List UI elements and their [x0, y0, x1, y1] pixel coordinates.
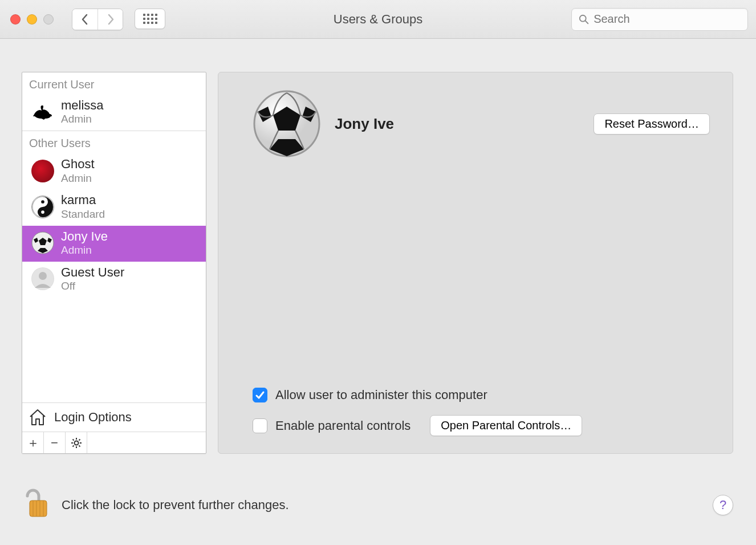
user-detail-pane: Jony Ive Reset Password… Allow user to a… — [218, 72, 733, 454]
svg-line-18 — [79, 445, 80, 446]
chevron-right-icon — [107, 14, 115, 25]
nav-buttons — [72, 9, 165, 30]
svg-line-19 — [72, 445, 74, 446]
search-field[interactable] — [571, 8, 748, 31]
lock-footer: Click the lock to prevent further change… — [22, 488, 733, 522]
parental-checkbox-label: Enable parental controls — [275, 418, 410, 433]
admin-checkbox-label: Allow user to administer this computer — [275, 388, 487, 402]
close-window-button[interactable] — [10, 14, 21, 25]
login-options-row[interactable]: Login Options — [22, 402, 206, 432]
gear-icon — [71, 437, 82, 449]
user-role-label: Admin — [61, 244, 108, 257]
svg-line-20 — [79, 439, 80, 440]
sidebar-user-current[interactable]: melissa Admin — [22, 95, 206, 131]
show-all-button[interactable] — [135, 9, 165, 29]
search-icon — [579, 14, 589, 25]
admin-checkbox[interactable] — [253, 388, 267, 402]
back-button[interactable] — [72, 9, 97, 30]
sidebar-user-jony-ive[interactable]: Jony Ive Admin — [22, 226, 206, 262]
user-role-label: Admin — [61, 113, 104, 126]
svg-rect-26 — [30, 501, 47, 516]
guest-icon — [31, 267, 54, 290]
rabbit-icon — [31, 101, 54, 124]
user-role-label: Admin — [61, 172, 95, 185]
svg-point-3 — [41, 200, 44, 204]
chevron-left-icon — [81, 14, 89, 25]
yinyang-icon — [31, 196, 54, 218]
sidebar-toolbar: ＋ − — [22, 432, 206, 453]
house-icon — [28, 408, 47, 427]
remove-user-button[interactable]: − — [44, 432, 66, 453]
reset-password-button[interactable]: Reset Password… — [594, 113, 710, 135]
search-input[interactable] — [594, 13, 741, 26]
minus-icon: − — [51, 436, 58, 450]
check-icon — [255, 390, 265, 400]
users-sidebar: Current User melissa Admin Other Users G… — [22, 72, 206, 454]
forward-button[interactable] — [97, 9, 123, 30]
lock-message: Click the lock to prevent further change… — [62, 498, 289, 513]
sidebar-user-karma[interactable]: karma Standard — [22, 189, 206, 225]
svg-line-17 — [72, 439, 74, 440]
grid-icon — [143, 14, 157, 24]
svg-point-4 — [41, 210, 44, 214]
user-role-label: Off — [61, 280, 124, 293]
user-name-label: karma — [61, 193, 105, 208]
parental-checkbox-row[interactable]: Enable parental controls — [253, 418, 410, 433]
svg-point-12 — [74, 441, 78, 445]
lock-button[interactable] — [22, 488, 49, 522]
other-users-header: Other Users — [22, 131, 206, 153]
soccer-icon — [31, 231, 54, 254]
minimize-window-button[interactable] — [27, 14, 37, 25]
login-options-label: Login Options — [54, 410, 132, 425]
svg-line-1 — [586, 21, 588, 23]
user-name-label: Guest User — [61, 265, 124, 280]
sidebar-user-guest[interactable]: Guest User Off — [22, 262, 206, 298]
admin-checkbox-row[interactable]: Allow user to administer this computer — [253, 388, 710, 402]
current-user-header: Current User — [22, 72, 206, 95]
detail-user-name: Jony Ive — [335, 115, 394, 133]
user-name-label: melissa — [61, 98, 104, 113]
plus-icon: ＋ — [27, 434, 39, 452]
user-name-label: Jony Ive — [61, 229, 108, 244]
add-user-button[interactable]: ＋ — [22, 432, 44, 453]
window-controls — [10, 14, 54, 25]
titlebar: Users & Groups — [0, 0, 756, 39]
user-role-label: Standard — [61, 208, 105, 221]
open-parental-controls-button[interactable]: Open Parental Controls… — [430, 415, 582, 436]
user-name-label: Ghost — [61, 157, 95, 172]
parental-checkbox[interactable] — [253, 418, 267, 433]
rose-icon — [31, 160, 54, 182]
question-icon: ? — [720, 498, 726, 513]
svg-point-11 — [39, 272, 47, 280]
sidebar-user-ghost[interactable]: Ghost Admin — [22, 153, 206, 189]
user-avatar[interactable] — [253, 90, 321, 158]
svg-point-0 — [580, 15, 586, 21]
help-button[interactable]: ? — [713, 495, 733, 515]
actions-menu-button[interactable] — [66, 432, 87, 453]
unlocked-lock-icon — [22, 488, 49, 520]
zoom-window-button[interactable] — [43, 14, 54, 25]
